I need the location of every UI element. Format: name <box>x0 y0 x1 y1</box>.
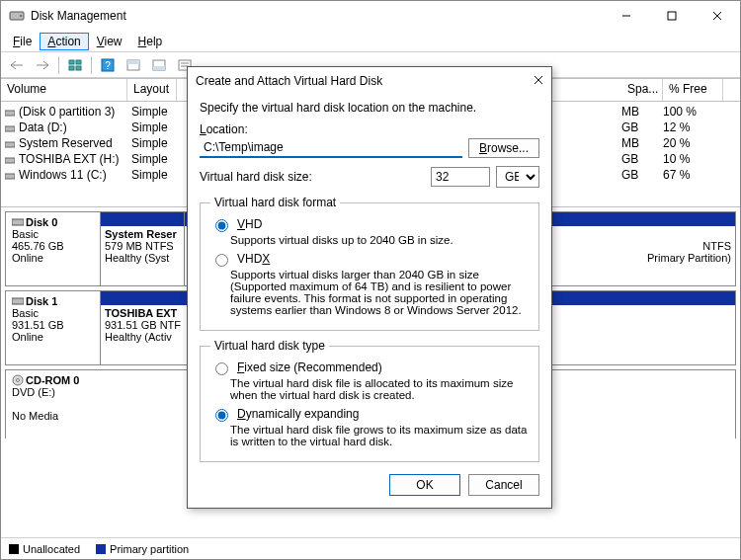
svg-rect-8 <box>69 66 74 70</box>
svg-rect-20 <box>5 126 15 131</box>
disk-header: Disk 1 Basic 931.51 GB Online <box>6 291 101 364</box>
volume-icon <box>5 170 15 180</box>
create-vhd-dialog: Create and Attach Virtual Hard Disk Spec… <box>187 66 552 509</box>
maximize-button[interactable] <box>649 1 695 31</box>
volume-icon <box>5 138 15 148</box>
titlebar: Disk Management <box>1 1 740 31</box>
tiles-icon[interactable] <box>63 54 87 76</box>
legend-primary: Primary partition <box>110 543 189 555</box>
volume-icon <box>5 154 15 164</box>
menubar: File Action View Help <box>1 31 740 52</box>
legend-unallocated: Unallocated <box>23 543 80 555</box>
col-volume[interactable]: Volume <box>1 79 127 101</box>
dialog-close-icon[interactable] <box>534 74 543 88</box>
menu-help[interactable]: Help <box>130 33 171 50</box>
partition[interactable]: System Reser579 MB NTFSHealthy (Syst <box>101 212 184 285</box>
forward-button[interactable] <box>31 54 54 76</box>
view-top-icon[interactable] <box>122 54 145 76</box>
svg-rect-21 <box>5 142 15 147</box>
window-title: Disk Management <box>31 9 604 23</box>
svg-rect-22 <box>5 158 15 163</box>
app-icon <box>9 8 25 24</box>
cdrom-icon <box>12 374 24 386</box>
dialog-title: Create and Attach Virtual Hard Disk <box>196 74 534 88</box>
dialog-intro: Specify the virtual hard disk location o… <box>200 101 539 115</box>
radio-vhd[interactable] <box>215 219 228 232</box>
legend: Unallocated Primary partition <box>1 537 740 559</box>
svg-rect-25 <box>12 298 24 304</box>
size-unit-select[interactable]: GB <box>496 166 539 188</box>
radio-vhdx[interactable] <box>215 254 228 267</box>
col-layout[interactable]: Layout <box>127 79 177 101</box>
svg-rect-7 <box>76 60 81 64</box>
svg-rect-24 <box>12 219 24 225</box>
type-legend: Virtual hard disk type <box>210 339 329 353</box>
ok-button[interactable]: OK <box>389 474 460 496</box>
size-input[interactable] <box>431 167 490 187</box>
svg-rect-13 <box>127 60 139 64</box>
format-legend: Virtual hard disk format <box>210 196 340 209</box>
radio-fixed[interactable] <box>215 362 228 375</box>
disk-icon <box>12 216 24 228</box>
location-input[interactable] <box>200 138 462 158</box>
view-bottom-icon[interactable] <box>147 54 171 76</box>
radio-dynamic[interactable] <box>215 409 228 422</box>
svg-rect-6 <box>69 60 74 64</box>
svg-point-27 <box>17 379 20 382</box>
disk-header: CD-ROM 0 DVD (E:) No Media <box>6 370 101 439</box>
cancel-button[interactable]: Cancel <box>468 474 539 496</box>
svg-point-1 <box>20 15 22 17</box>
minimize-button[interactable] <box>604 1 649 31</box>
volume-icon <box>5 122 15 132</box>
close-button[interactable] <box>695 1 740 31</box>
disk-management-window: Disk Management File Action View Help ? … <box>0 0 741 560</box>
type-group: Virtual hard disk type Fixed size (Recom… <box>200 339 539 462</box>
svg-rect-9 <box>76 66 81 70</box>
svg-rect-3 <box>668 12 676 20</box>
browse-button[interactable]: Browse... <box>468 138 539 158</box>
volume-icon <box>5 107 15 117</box>
disk-header: Disk 0 Basic 465.76 GB Online <box>6 212 101 285</box>
format-group: Virtual hard disk format VHD Supports vi… <box>200 196 539 331</box>
disk-icon <box>12 295 24 307</box>
svg-rect-15 <box>153 66 165 70</box>
svg-text:?: ? <box>105 60 111 71</box>
size-label: Virtual hard disk size: <box>200 170 312 184</box>
col-free[interactable]: % Free <box>663 79 722 101</box>
help-icon[interactable]: ? <box>96 54 120 76</box>
back-button[interactable] <box>5 54 29 76</box>
menu-action[interactable]: Action <box>40 33 88 50</box>
svg-rect-23 <box>5 174 15 179</box>
svg-rect-19 <box>5 111 15 116</box>
col-spa[interactable]: Spa... <box>621 79 663 101</box>
menu-view[interactable]: View <box>89 33 130 50</box>
menu-file[interactable]: File <box>5 33 40 50</box>
